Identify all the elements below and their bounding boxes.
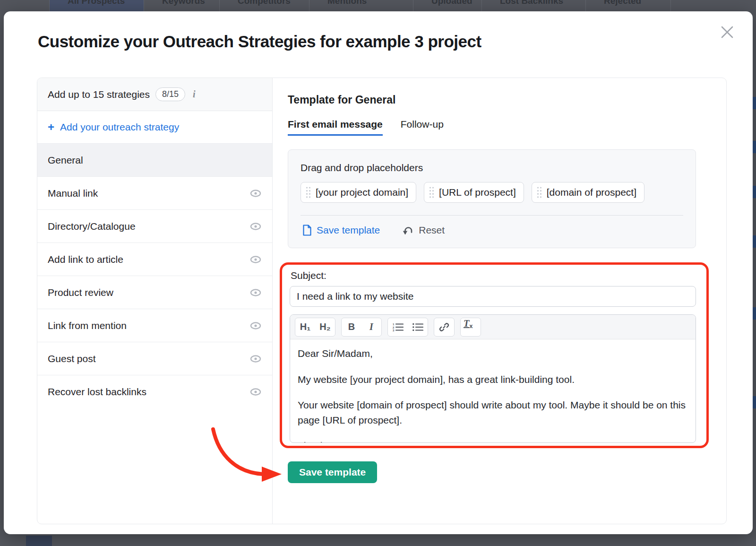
subject-input[interactable]: [290, 286, 696, 307]
sidebar-item-recover-lost-backlinks[interactable]: Recover lost backlinks: [37, 375, 272, 408]
document-icon: [302, 225, 312, 236]
editor-toolbar: H₁ H₂ B I 123: [290, 315, 696, 339]
sidebar-header-label: Add up to 15 strategies: [48, 89, 150, 100]
background-blue-block: [753, 396, 756, 408]
placeholder-chip-your-project-domain[interactable]: [your project domain]: [301, 182, 416, 203]
reset-undo-icon: [402, 225, 414, 236]
template-tabs: First email message Follow-up: [288, 119, 726, 136]
link-icon: [439, 322, 449, 332]
placeholders-box: Drag and drop placeholders [your project…: [288, 149, 696, 248]
clear-format-button-group: Tx: [460, 318, 481, 337]
background-blue-block: [753, 186, 756, 198]
background-tab-bar: All Prospects Keywords Competitors Menti…: [0, 0, 756, 11]
heading2-button[interactable]: H₂: [315, 318, 335, 336]
save-template-button[interactable]: Save template: [288, 461, 377, 483]
template-editor-panel: Template for General First email message…: [273, 78, 726, 524]
close-icon: [720, 25, 734, 39]
email-paragraph: Your website [domain of prospect] should…: [298, 398, 688, 427]
insert-link-button[interactable]: [434, 318, 454, 336]
add-outreach-strategy-button[interactable]: + Add your outreach strategy: [37, 111, 272, 143]
drag-handle-icon: [306, 186, 311, 199]
email-paragraph: Thank you!: [298, 438, 688, 442]
placeholder-chip-domain-of-prospect[interactable]: [domain of prospect]: [532, 182, 644, 203]
svg-text:1: 1: [393, 323, 395, 326]
sidebar-item-directory-catalogue[interactable]: Directory/Catalogue: [37, 209, 272, 243]
placeholders-label: Drag and drop placeholders: [301, 162, 683, 173]
heading-buttons-group: H₁ H₂: [295, 318, 335, 337]
reset-link[interactable]: Reset: [402, 225, 445, 236]
background-tab: Competitors: [220, 0, 309, 11]
tab-follow-up[interactable]: Follow-up: [401, 119, 444, 136]
sidebar-item-add-link-to-article[interactable]: Add link to article: [37, 243, 272, 276]
svg-text:3: 3: [393, 329, 395, 332]
placeholder-chips: [your project domain] [URL of prospect] …: [301, 182, 683, 203]
unordered-list-icon: [412, 322, 423, 332]
sidebar-header: Add up to 15 strategies 8/15 i: [37, 78, 272, 111]
clear-formatting-button[interactable]: Tx: [461, 318, 481, 336]
heading1-button[interactable]: H₁: [295, 318, 315, 336]
sidebar-item-guest-post[interactable]: Guest post: [37, 342, 272, 375]
eye-icon[interactable]: [249, 222, 262, 231]
email-paragraph: My website [your project domain], has a …: [298, 372, 688, 387]
background-tab: Lost Backlinks: [482, 0, 586, 11]
strategy-count-badge: 8/15: [155, 87, 185, 101]
drag-handle-icon: [537, 186, 542, 199]
eye-icon[interactable]: [249, 321, 262, 330]
drag-handle-icon: [429, 186, 434, 199]
email-body-text[interactable]: Dear Sir/Madam, My website [your project…: [290, 339, 696, 442]
placeholders-actions: Save template Reset: [301, 216, 683, 248]
link-button-group: [434, 318, 455, 337]
email-body-editor[interactable]: H₁ H₂ B I 123: [290, 314, 696, 443]
background-blue-block: [753, 307, 756, 320]
sidebar-item-product-review[interactable]: Product review: [37, 276, 272, 309]
svg-text:2: 2: [393, 326, 395, 329]
bold-button[interactable]: B: [342, 318, 361, 336]
background-bottom-block: [26, 536, 52, 546]
sidebar-item-link-from-mention[interactable]: Link from mention: [37, 309, 272, 342]
tab-first-email-message[interactable]: First email message: [288, 119, 383, 136]
sidebar-item-manual-link[interactable]: Manual link: [37, 176, 272, 209]
template-heading: Template for General: [288, 94, 726, 106]
add-outreach-strategy-label: Add your outreach strategy: [60, 121, 179, 133]
eye-icon[interactable]: [249, 255, 262, 264]
format-buttons-group: B I: [341, 318, 382, 337]
background-tab: Mentions: [309, 0, 413, 11]
strategies-panel: Add up to 15 strategies 8/15 i + Add you…: [37, 78, 727, 524]
eye-icon[interactable]: [249, 387, 262, 397]
annotation-highlight-box: Subject: H₁ H₂ B I: [280, 262, 709, 448]
background-blue-block: [753, 97, 756, 109]
close-button[interactable]: [718, 23, 737, 42]
italic-button[interactable]: I: [361, 318, 381, 336]
eye-icon[interactable]: [249, 354, 262, 364]
modal-title: Customize your Outreach Strategies for e…: [4, 11, 753, 51]
background-blue-block: [753, 141, 756, 153]
background-right-strip: [753, 0, 756, 546]
background-tab: Keywords: [144, 0, 220, 11]
background-tab-lead: [0, 0, 50, 11]
sidebar-item-general[interactable]: General: [37, 143, 272, 176]
background-blue-block: [753, 235, 756, 248]
email-paragraph: Dear Sir/Madam,: [298, 346, 688, 361]
eye-icon[interactable]: [249, 288, 262, 297]
strategies-sidebar: Add up to 15 strategies 8/15 i + Add you…: [37, 78, 273, 524]
background-tab: Rejected: [586, 0, 671, 11]
background-tab: All Prospects: [50, 0, 144, 11]
ordered-list-button[interactable]: 123: [388, 318, 408, 336]
ordered-list-icon: 123: [392, 322, 404, 332]
plus-icon: +: [48, 121, 54, 133]
info-icon[interactable]: i: [191, 89, 198, 100]
list-buttons-group: 123: [387, 318, 428, 337]
eye-icon[interactable]: [249, 189, 262, 198]
outreach-strategies-modal: Customize your Outreach Strategies for e…: [4, 11, 753, 534]
unordered-list-button[interactable]: [408, 318, 428, 336]
save-template-link[interactable]: Save template: [302, 225, 380, 236]
background-tab: Uploaded: [413, 0, 482, 11]
placeholder-chip-url-of-prospect[interactable]: [URL of prospect]: [424, 182, 524, 203]
subject-label: Subject:: [291, 270, 700, 281]
